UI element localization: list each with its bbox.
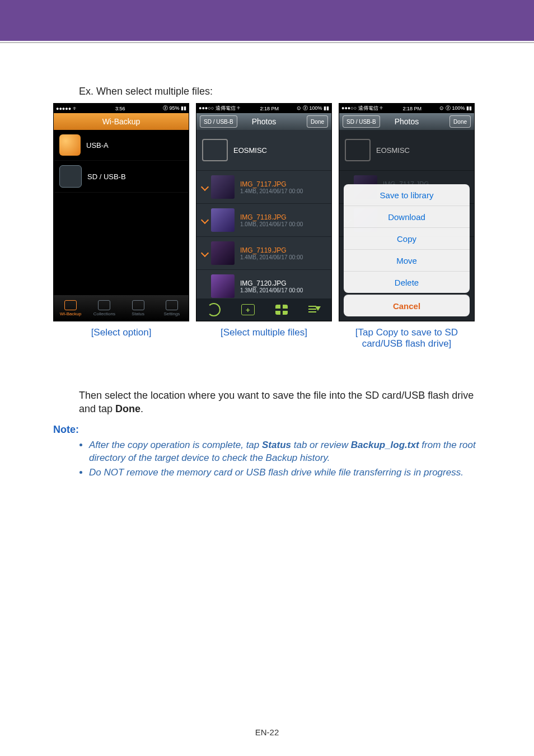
checkmark-icon [201, 183, 209, 191]
tab-icon [132, 300, 144, 310]
nav-bar: SD / USB-B Photos Done [339, 113, 474, 130]
status-bar: ●●●○○ 遠傳電信 ᯤ 2:18 PM ⊙ ⓩ 100% ▮▮ [339, 104, 474, 113]
note-text: Do NOT remove the memory card or USB fla… [89, 467, 463, 478]
add-icon[interactable] [241, 304, 255, 315]
screenshot-select-option: ●●●●● ᯤ 3:56 ⓩ 95% ▮▮ Wi-Backup USB-A [53, 103, 189, 321]
note-text: After the copy operation is complete, ta… [89, 440, 262, 450]
file-meta: 1.4MB, 2014/06/17 00:00 [240, 254, 303, 260]
caption-1: [Select option] [53, 327, 189, 338]
folder-icon [202, 139, 228, 161]
screenshot-action-sheet: ●●●○○ 遠傳電信 ᯤ 2:18 PM ⊙ ⓩ 100% ▮▮ SD / US… [339, 103, 475, 321]
tab-label: Status [132, 311, 144, 316]
action-copy[interactable]: Copy [344, 227, 470, 249]
tab-label: Wi-Backup [60, 311, 82, 316]
checkmark-icon [201, 216, 209, 224]
tab-status[interactable]: Status [121, 295, 155, 321]
note-item: After the copy operation is complete, ta… [89, 439, 481, 465]
action-delete[interactable]: Delete [344, 271, 470, 293]
caption-2: [Select multiple files] [196, 327, 332, 338]
tab-icon [98, 300, 110, 310]
action-move[interactable]: Move [344, 249, 470, 271]
tab-wi-backup[interactable]: Wi-Backup [54, 295, 87, 321]
list-row-sd-usb-b[interactable]: SD / USB-B [54, 161, 189, 193]
tab-label: Settings [163, 311, 180, 316]
row-label: USB-A [86, 141, 109, 150]
row-label: SD / USB-B [87, 172, 126, 181]
caption-3: [Tap Copy to save to SD card/USB flash d… [339, 327, 475, 349]
header-band [0, 0, 534, 41]
status-time: 3:56 [115, 106, 125, 111]
screenshots-row: ●●●●● ᯤ 3:56 ⓩ 95% ▮▮ Wi-Backup USB-A [53, 103, 481, 349]
instruction-paragraph: Then select the location where you want … [79, 389, 481, 416]
tab-icon [166, 300, 178, 310]
para-bold: Done [115, 403, 140, 414]
screen-body: EOSMISC IMG_7117.JPG1.4MB, 2014/06/17 00… [196, 130, 331, 298]
para-text-b: . [140, 403, 143, 414]
file-meta: 1.4MB, 2014/06/17 00:00 [240, 188, 303, 194]
file-name: IMG_7119.JPG [240, 246, 303, 254]
note-item: Do NOT remove the memory card or USB fla… [89, 466, 481, 479]
done-button[interactable]: Done [449, 115, 471, 128]
status-right: ⓩ 95% ▮▮ [163, 105, 186, 112]
status-right: ⊙ ⓩ 100% ▮▮ [297, 105, 329, 112]
thumbnail [211, 241, 235, 265]
file-row[interactable]: IMG_7120.JPG1.3MB, 2014/06/17 00:00 [196, 270, 331, 298]
action-cancel[interactable]: Cancel [344, 295, 470, 316]
status-time: 2:18 PM [260, 106, 279, 111]
done-button[interactable]: Done [307, 115, 328, 128]
file-meta: 1.0MB, 2014/06/17 00:00 [240, 221, 303, 227]
title-text: Photos [395, 117, 419, 126]
nav-title: Wi-Backup [54, 113, 189, 130]
page-footer: EN-22 [0, 727, 534, 737]
note-heading: Note: [53, 424, 481, 436]
status-right: ⊙ ⓩ 100% ▮▮ [439, 105, 472, 112]
refresh-icon[interactable] [207, 303, 221, 316]
tab-icon [64, 300, 77, 310]
file-name: IMG_7118.JPG [240, 213, 303, 221]
sort-icon[interactable] [308, 305, 321, 315]
title-text: Photos [252, 117, 277, 126]
nav-bar: SD / USB-B Photos Done [196, 113, 331, 130]
screenshot-multi-select: ●●●○○ 遠傳電信 ᯤ 2:18 PM ⊙ ⓩ 100% ▮▮ SD / US… [196, 103, 332, 321]
thumbnail [211, 175, 235, 199]
action-save-to-library[interactable]: Save to library [344, 184, 470, 206]
file-row[interactable]: IMG_7119.JPG1.4MB, 2014/06/17 00:00 [196, 237, 331, 270]
back-button[interactable]: SD / USB-B [200, 115, 237, 128]
note-list: After the copy operation is complete, ta… [76, 439, 481, 480]
tab-label: Collections [93, 311, 115, 316]
tab-bar: Wi-Backup Collections Status Settings [54, 295, 189, 321]
folder-row[interactable]: EOSMISC [196, 130, 331, 171]
status-left: ●●●○○ 遠傳電信 ᯤ [199, 105, 242, 112]
screen-body: USB-A SD / USB-B [54, 130, 189, 295]
action-sheet: Save to library Download Copy Move Delet… [344, 184, 470, 316]
thumbnail [211, 208, 235, 232]
status-bar: ●●●○○ 遠傳電信 ᯤ 2:18 PM ⊙ ⓩ 100% ▮▮ [196, 104, 331, 113]
status-left: ●●●○○ 遠傳電信 ᯤ [341, 105, 385, 112]
thumbnail [211, 274, 235, 298]
title-text: Wi-Backup [102, 117, 140, 126]
multiselect-icon[interactable] [275, 305, 288, 315]
checkmark-icon [201, 249, 209, 257]
folder-label: EOSMISC [233, 146, 267, 155]
file-name: IMG_7120.JPG [240, 279, 303, 287]
note-text: tab or review [291, 440, 351, 450]
example-heading: Ex. When select multiple files: [79, 86, 481, 97]
status-time: 2:18 PM [403, 106, 422, 111]
file-row[interactable]: IMG_7117.JPG1.4MB, 2014/06/17 00:00 [196, 171, 331, 204]
note-bold: Backup_log.txt [351, 440, 419, 450]
status-left: ●●●●● ᯤ [56, 106, 78, 111]
sd-icon [59, 165, 82, 188]
file-row[interactable]: IMG_7118.JPG1.0MB, 2014/06/17 00:00 [196, 204, 331, 237]
list-row-usb-a[interactable]: USB-A [54, 130, 189, 161]
file-meta: 1.3MB, 2014/06/17 00:00 [240, 287, 303, 293]
action-download[interactable]: Download [344, 206, 470, 227]
tab-settings[interactable]: Settings [155, 295, 189, 321]
note-bold: Status [262, 440, 291, 450]
status-bar: ●●●●● ᯤ 3:56 ⓩ 95% ▮▮ [54, 104, 189, 113]
tab-collections[interactable]: Collections [87, 295, 121, 321]
usb-icon [59, 134, 81, 156]
screen-body: EOSMISC IMG_7117.JPG1.4MB, 2014/06/17 00… [339, 130, 474, 321]
back-button[interactable]: SD / USB-B [343, 115, 380, 128]
toolbar [196, 298, 331, 321]
file-name: IMG_7117.JPG [240, 180, 303, 188]
